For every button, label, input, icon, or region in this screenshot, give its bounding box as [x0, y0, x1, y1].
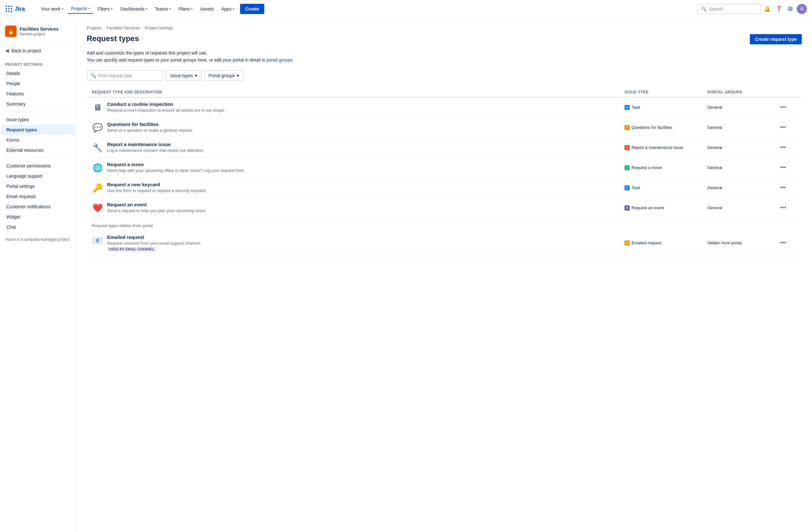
nav-filters[interactable]: Filters ▾	[95, 4, 116, 13]
hidden-section-label: Request types hidden from portal	[87, 218, 802, 231]
settings-icon[interactable]: ⚙️	[785, 4, 795, 14]
sidebar-item-issue-types[interactable]: Issue types	[1, 115, 75, 125]
issue-type-label: Task	[632, 185, 640, 190]
breadcrumb-projects[interactable]: Projects	[87, 26, 102, 30]
divider	[5, 112, 71, 112]
project-name: Facilities Services	[20, 26, 58, 32]
app-logo[interactable]: Jira	[5, 5, 34, 13]
chevron-down-icon: ▾	[237, 73, 239, 78]
nav-plans[interactable]: Plans ▾	[175, 4, 196, 13]
footer-note: You're in a company-managed project	[0, 232, 76, 244]
sidebar-item-portal-settings[interactable]: Portal settings	[1, 181, 75, 191]
sidebar-item-chat[interactable]: Chat	[1, 222, 75, 232]
request-types-table: 🖥 Conduct a routine inspection Request a…	[87, 98, 802, 218]
portal-groups-filter[interactable]: Portal groups ▾	[204, 70, 244, 81]
issue-type-cell: @ Emailed request	[625, 241, 708, 246]
request-name-cell: ❤️ Request an event Send a request to he…	[92, 202, 625, 214]
breadcrumb: Projects / Facilities Services / Project…	[87, 26, 802, 30]
portal-groups-link[interactable]: portal groups	[266, 57, 293, 62]
search-input-wrapper[interactable]: 🔍	[87, 70, 163, 81]
email-channel-badge: USED BY EMAIL CHANNEL	[107, 247, 156, 251]
sidebar-item-external-resources[interactable]: External resources	[1, 145, 75, 155]
portal-group-cell: General	[708, 105, 778, 110]
request-name-cell: 🌐 Request a move Need help with your upc…	[92, 162, 625, 174]
issue-type-label: Emailed request	[632, 241, 662, 245]
page-description: Add and customize the types of requests …	[87, 49, 802, 64]
table-header: Request type and description Issue type …	[87, 87, 802, 98]
request-name-cell: 💬 Questions for facilities Send us a que…	[92, 121, 625, 134]
issue-type-label: Task	[632, 105, 640, 110]
project-icon: 🔥	[5, 26, 17, 37]
nav-teams[interactable]: Teams ▾	[152, 4, 174, 13]
page-title: Request types	[87, 34, 139, 43]
sidebar-item-customer-permissions[interactable]: Customer permissions	[1, 161, 75, 171]
chevron-down-icon: ▾	[233, 7, 234, 11]
user-avatar[interactable]: U	[797, 4, 807, 14]
table-row: 🔑 Request a new keycard Use this form to…	[87, 178, 802, 198]
sidebar-item-request-types[interactable]: Request types	[1, 125, 75, 135]
help-icon[interactable]: ❓	[774, 4, 784, 14]
sidebar-item-email-requests[interactable]: Email requests	[1, 191, 75, 202]
divider	[5, 158, 71, 158]
table-row: 📧 Emailed request Request received from …	[87, 231, 802, 256]
sidebar-item-features[interactable]: Features	[1, 89, 75, 99]
more-options-button[interactable]: •••	[778, 123, 789, 132]
sidebar-item-forms[interactable]: Forms	[1, 135, 75, 145]
request-desc: Request a room inspection to ensure all …	[107, 108, 226, 113]
request-title: Request a new keycard	[107, 182, 206, 187]
portal-group-cell: General	[708, 205, 778, 210]
more-options-button[interactable]: •••	[778, 238, 789, 247]
svg-rect-1	[8, 6, 10, 7]
request-name-cell: 🖥 Conduct a routine inspection Request a…	[92, 101, 625, 114]
svg-rect-7	[8, 11, 10, 12]
request-name-cell: 🔑 Request a new keycard Use this form to…	[92, 182, 625, 194]
breadcrumb-facilities[interactable]: Facilities Services	[107, 26, 140, 30]
sidebar-item-people[interactable]: People	[1, 78, 75, 89]
portal-group-cell: Hidden from portal	[708, 241, 778, 245]
find-request-type-input[interactable]	[98, 73, 159, 78]
breadcrumb-current: Project settings	[145, 26, 173, 30]
request-desc: Request received from your email support…	[107, 241, 201, 246]
search-bar[interactable]: 🔍 Search	[697, 4, 761, 14]
create-request-type-button[interactable]: Create request type	[750, 34, 802, 44]
back-to-project[interactable]: ◀ Back to project	[0, 45, 76, 56]
request-desc: Send us a question or make a general req…	[107, 128, 193, 133]
table-row: 🖥 Conduct a routine inspection Request a…	[87, 98, 802, 118]
issue-type-label: Questions for facilities	[632, 125, 672, 130]
issue-types-filter[interactable]: Issue types ▾	[166, 70, 202, 81]
svg-rect-3	[6, 8, 7, 10]
chevron-down-icon: ▾	[146, 7, 147, 11]
request-icon: 🖥	[92, 102, 103, 114]
sidebar-item-details[interactable]: Details	[1, 68, 75, 78]
issue-type-label: Request a move	[632, 165, 662, 170]
svg-rect-5	[11, 8, 12, 10]
nav-apps[interactable]: Apps ▾	[218, 4, 237, 13]
issue-type-cell: ✓ Task	[625, 105, 708, 110]
search-icon: 🔍	[701, 6, 707, 12]
more-options-button[interactable]: •••	[778, 203, 789, 212]
notifications-icon[interactable]: 🔔	[762, 4, 772, 14]
nav-projects[interactable]: Projects ▾	[68, 4, 93, 14]
main-content: Projects / Facilities Services / Project…	[76, 18, 812, 532]
portal-group-cell: General	[708, 145, 778, 150]
more-options-button[interactable]: •••	[778, 183, 789, 192]
more-options-button[interactable]: •••	[778, 103, 789, 112]
more-options-button[interactable]: •••	[778, 143, 789, 152]
nav-assets[interactable]: Assets	[197, 4, 217, 13]
grid-icon	[5, 5, 13, 13]
sidebar-item-summary[interactable]: Summary	[1, 99, 75, 109]
table-row: 🌐 Request a move Need help with your upc…	[87, 158, 802, 178]
filters-bar: 🔍 Issue types ▾ Portal groups ▾	[87, 70, 802, 81]
nav-dashboards[interactable]: Dashboards ▾	[117, 4, 150, 13]
create-button[interactable]: Create	[240, 4, 264, 14]
col-issue-header: Issue type	[625, 90, 708, 95]
sidebar-item-customer-notifications[interactable]: Customer notifications	[1, 202, 75, 212]
issue-type-cell: A Request an event	[625, 205, 708, 211]
request-title: Questions for facilities	[107, 121, 193, 127]
sidebar-item-language-support[interactable]: Language support	[1, 171, 75, 181]
request-desc: Send a request to help you plan your upc…	[107, 208, 207, 213]
nav-your-work[interactable]: Your work ▾	[38, 4, 67, 13]
sidebar-item-widget[interactable]: Widget	[1, 212, 75, 222]
more-options-button[interactable]: •••	[778, 163, 789, 172]
chevron-down-icon: ▾	[62, 7, 63, 11]
